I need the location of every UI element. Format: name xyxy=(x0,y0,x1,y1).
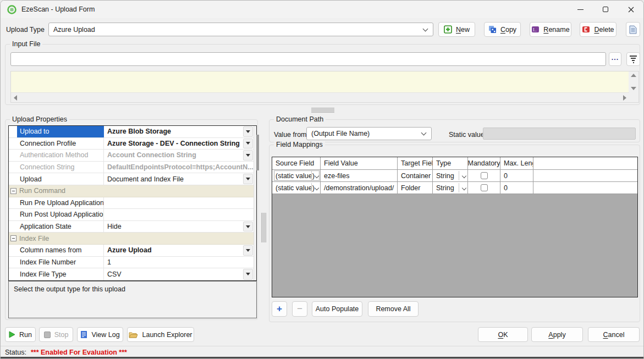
delete-icon xyxy=(582,25,590,34)
new-button-label: New xyxy=(456,26,470,34)
field-value-cell[interactable]: /demonstration/upload/ xyxy=(321,182,398,194)
stop-button[interactable]: Stop xyxy=(39,327,73,342)
dropdown-button[interactable] xyxy=(243,269,253,280)
column-header-source-field: Source Field xyxy=(272,157,321,169)
property-row-connection-string[interactable]: Connection String DefaultEndpointsProtoc… xyxy=(9,162,254,174)
type-select[interactable]: String xyxy=(434,182,467,194)
upload-type-select[interactable]: Azure Upload xyxy=(48,23,433,36)
maximize-icon xyxy=(603,7,608,12)
rename-button[interactable]: I.. Rename xyxy=(530,22,571,37)
target-field-cell[interactable]: Container xyxy=(398,170,433,181)
upload-type-label: Upload Type xyxy=(6,26,45,34)
run-button[interactable]: Run xyxy=(5,327,36,342)
remove-all-button[interactable]: Remove All xyxy=(368,301,419,317)
dropdown-button[interactable] xyxy=(243,174,253,184)
file-list-area[interactable] xyxy=(11,71,629,92)
dropdown-button[interactable] xyxy=(243,245,253,256)
close-button[interactable] xyxy=(618,1,643,18)
status-bar: Status: *** Enabled For Evaluation *** xyxy=(1,346,643,358)
file-list-vertical-scrollbar[interactable] xyxy=(629,71,639,92)
collapse-icon[interactable] xyxy=(10,188,16,194)
property-row-index-file-type[interactable]: Index File Type CSV xyxy=(9,268,254,280)
apply-button-label: Apply xyxy=(548,331,565,339)
scroll-down-icon xyxy=(631,87,636,90)
copy-button-label: Copy xyxy=(500,26,516,34)
rename-icon: I.. xyxy=(531,25,540,34)
static-value-field xyxy=(483,128,636,140)
delete-button[interactable]: Delete xyxy=(580,22,617,37)
vertical-splitter[interactable] xyxy=(261,213,266,242)
type-select[interactable]: String xyxy=(434,170,467,181)
property-row-authentication-method[interactable]: Authentication Method Account Connection… xyxy=(9,150,254,162)
column-header-mandatory: Mandatory xyxy=(468,157,500,169)
property-row-run-pre-upload[interactable]: Run Pre Upload Application xyxy=(9,197,254,209)
chevron-down-icon xyxy=(315,185,319,190)
column-header-target-field: Target Field xyxy=(398,157,433,169)
input-file-field[interactable] xyxy=(10,52,606,66)
property-group-index-file[interactable]: Index File xyxy=(9,233,254,245)
scrollbar-thumb[interactable] xyxy=(256,135,259,170)
dropdown-button[interactable] xyxy=(243,139,253,149)
field-value-cell[interactable]: eze-files xyxy=(321,170,398,181)
file-list-horizontal-scrollbar[interactable] xyxy=(11,92,629,102)
browse-button-label: ... xyxy=(612,54,619,62)
filter-button[interactable] xyxy=(626,52,640,66)
column-header-field-value: Field Value xyxy=(321,157,398,169)
target-field-cell[interactable]: Folder xyxy=(398,182,433,194)
input-file-label: Input File xyxy=(10,40,42,48)
dropdown-button[interactable] xyxy=(243,126,253,137)
maximize-button[interactable] xyxy=(593,1,618,18)
log-document-icon xyxy=(80,330,87,339)
property-row-column-names-from[interactable]: Column names from Azure Upload xyxy=(9,245,254,257)
property-row-index-file-number[interactable]: Index File Number 1 xyxy=(9,257,254,269)
launch-explorer-button[interactable]: Launch Explorer xyxy=(127,327,194,342)
rename-button-label: Rename xyxy=(543,26,569,34)
value-from-select[interactable]: (Output File Name) xyxy=(306,127,432,140)
value-from-value: (Output File Name) xyxy=(311,130,370,137)
max-length-cell[interactable]: 0 xyxy=(500,182,533,194)
status-label: Status: xyxy=(5,349,26,356)
apply-button[interactable]: Apply xyxy=(531,327,583,342)
dropdown-button[interactable] xyxy=(243,222,253,232)
window-title: EzeScan - Upload Form xyxy=(21,5,95,13)
cancel-button[interactable]: Cancel xyxy=(588,327,640,342)
property-row-connection-profile[interactable]: Connection Profile Azure Storage - DEV -… xyxy=(9,138,254,150)
column-header-spacer xyxy=(533,157,637,169)
max-length-cell[interactable]: 0 xyxy=(500,170,533,181)
horizontal-splitter[interactable] xyxy=(311,108,334,113)
property-row-upload[interactable]: Upload Document and Index File xyxy=(9,173,254,185)
minimize-button[interactable] xyxy=(568,1,593,18)
scroll-left-icon xyxy=(14,95,17,101)
minimize-icon xyxy=(577,9,584,10)
dropdown-button[interactable] xyxy=(243,150,253,161)
minus-icon: − xyxy=(297,303,302,314)
mandatory-checkbox[interactable] xyxy=(481,184,488,191)
column-header-type: Type xyxy=(433,157,468,169)
mandatory-checkbox[interactable] xyxy=(481,172,488,179)
new-button[interactable]: New xyxy=(438,22,475,37)
filter-icon xyxy=(630,54,637,64)
column-header-max-length: Max. Length xyxy=(500,157,533,169)
property-row-application-state[interactable]: Application State Hide xyxy=(9,221,254,233)
source-field-select[interactable]: (static value) xyxy=(273,170,320,181)
document-icon xyxy=(629,25,637,34)
browse-button[interactable]: ... xyxy=(609,52,621,66)
chevron-down-icon xyxy=(462,185,466,190)
upload-type-value: Azure Upload xyxy=(53,26,95,34)
property-row-run-post-upload[interactable]: Run Post Upload Application xyxy=(9,209,254,221)
property-grid-scrollbar[interactable] xyxy=(254,126,256,280)
ok-button[interactable]: OK xyxy=(478,327,528,342)
chevron-down-icon xyxy=(423,26,428,31)
notes-button[interactable] xyxy=(626,22,640,37)
property-group-run-command[interactable]: Run Command xyxy=(9,185,254,197)
copy-button[interactable]: Copy xyxy=(484,22,521,37)
auto-populate-button[interactable]: Auto Populate xyxy=(312,301,362,317)
add-mapping-button[interactable]: + xyxy=(272,301,287,317)
chevron-down-icon xyxy=(315,173,319,178)
static-value-label: Static value xyxy=(449,131,485,139)
property-row-upload-to[interactable]: Upload to Azure Blob Storage xyxy=(9,126,254,138)
remove-mapping-button[interactable]: − xyxy=(292,301,307,317)
view-log-button[interactable]: View Log xyxy=(77,327,123,342)
source-field-select[interactable]: (static value) xyxy=(273,182,320,194)
collapse-icon[interactable] xyxy=(10,235,16,241)
